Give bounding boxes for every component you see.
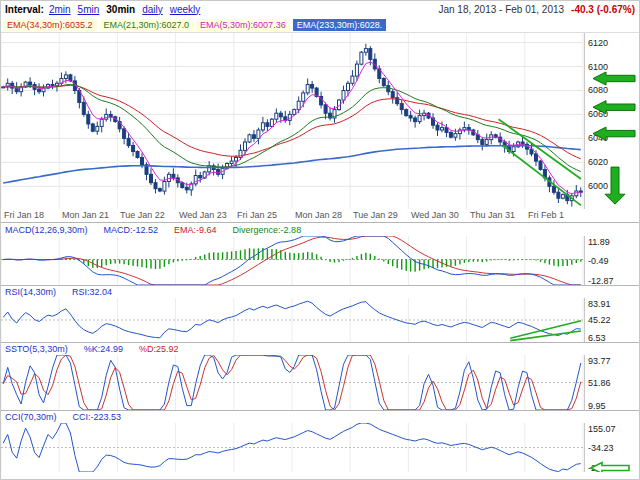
toolbar: Interval: 2min5min30mindailyweekly Jan 1… [1,1,639,17]
change-badge: -40.3 (-0.67%) [571,4,635,15]
x-axis-label: Thu Jan 31 [470,210,515,220]
axis-tick-label: 83.91 [588,299,611,309]
price-panel: 6120610060806060604060206000 [1,33,640,209]
interval-2min[interactable]: 2min [49,4,71,15]
axis-tick-label: -12.87 [588,276,614,285]
ema5-legend: EMA(5,30m):6007.36 [196,19,290,31]
ssto-d-value: %D:25.92 [139,344,179,354]
axis-tick-label: 6000 [588,181,608,191]
axis-tick-label: 9.95 [588,401,606,410]
ssto-title: SSTO(5,3,30m) [5,344,68,354]
ema233-legend: EMA(233,30m):6028. [293,19,387,31]
macd-panel: 11.89-0.49-12.87 [1,236,640,285]
date-range-label: Jan 18, 2013 - Feb 01, 2013 [438,4,564,15]
cci-title: CCI(70,30m) [5,412,57,422]
axis-tick-label: 6.53 [588,333,606,342]
rsi-value: RSI:32.04 [72,287,112,297]
macd-value: MACD:-12.52 [104,225,159,235]
axis-tick-label: -0.49 [588,256,609,266]
rsi-header: RSI(14,30m) RSI:32.04 [1,285,639,298]
interval-5min[interactable]: 5min [78,4,100,15]
macd-header: MACD(12,26,9,30m) MACD:-12.52 EMA:-9.64 … [1,222,639,236]
cci-value: CCI:-223.53 [73,412,122,422]
x-axis-label: Mon Jan 21 [62,210,109,220]
x-axis-label: Mon Jan 28 [295,210,342,220]
macd-divergence-value: Divergence:-2.88 [233,225,302,235]
rsi-panel: 83.9145.226.53 [1,298,640,342]
x-axis-label: Fri Feb 1 [528,210,564,220]
x-axis-label: Tue Jan 22 [120,210,165,220]
cci-header: CCI(70,30m) CCI:-223.53 [1,410,639,423]
axis-tick-label: 6100 [588,62,608,72]
axis-tick-label: 45.22 [588,315,611,325]
cci-chart-canvas: 155.07-34.23-223.53 [1,423,640,472]
cci-panel: 155.07-34.23-223.53 [1,423,640,472]
ssto-chart-canvas: 93.7751.869.95 [1,355,640,410]
rsi-chart-canvas: 83.9145.226.53 [1,298,640,342]
axis-tick-label: 93.77 [588,356,611,366]
axis-tick-label: 51.86 [588,378,611,388]
interval-30min[interactable]: 30min [106,4,135,15]
x-axis: Fri Jan 18Mon Jan 21Tue Jan 22Wed Jan 23… [1,209,639,222]
axis-tick-label: 6080 [588,85,608,95]
macd-chart-canvas: 11.89-0.49-12.87 [1,236,640,285]
x-axis-label: Fri Jan 18 [4,210,44,220]
axis-tick-label: -34.23 [588,443,614,453]
axis-tick-label: 6120 [588,38,608,48]
ssto-header: SSTO(5,3,30m) %K:24.99 %D:25.92 [1,342,639,355]
interval-links: 2min5min30mindailyweekly [49,4,207,15]
ema34-legend: EMA(34,30m):6035.2 [3,19,97,31]
ssto-k-value: %K:24.99 [84,344,123,354]
macd-ema-value: EMA:-9.64 [174,225,217,235]
stock-chart-app: Interval: 2min5min30mindailyweekly Jan 1… [0,0,640,480]
interval-daily[interactable]: daily [142,4,163,15]
x-axis-label: Wed Jan 23 [179,210,227,220]
interval-label: Interval: [5,4,44,15]
price-chart-canvas[interactable]: 6120610060806060604060206000 [1,33,640,209]
axis-tick-label: 6020 [588,157,608,167]
x-axis-label: Tue Jan 29 [353,210,398,220]
x-axis-label: Wed Jan 30 [411,210,459,220]
axis-tick-label: 11.89 [588,237,610,247]
interval-weekly[interactable]: weekly [170,4,201,15]
x-axis-label: Fri Jan 25 [237,210,277,220]
rsi-title: RSI(14,30m) [5,287,56,297]
price-level-arrow [593,72,635,85]
ssto-panel: 93.7751.869.95 [1,355,640,410]
ema-legend: EMA(34,30m):6035.2 EMA(21,30m):6027.0 EM… [1,17,639,33]
macd-title: MACD(12,26,9,30m) [5,225,88,235]
axis-tick-label: 155.07 [588,424,616,434]
ema21-legend: EMA(21,30m):6027.0 [100,19,194,31]
